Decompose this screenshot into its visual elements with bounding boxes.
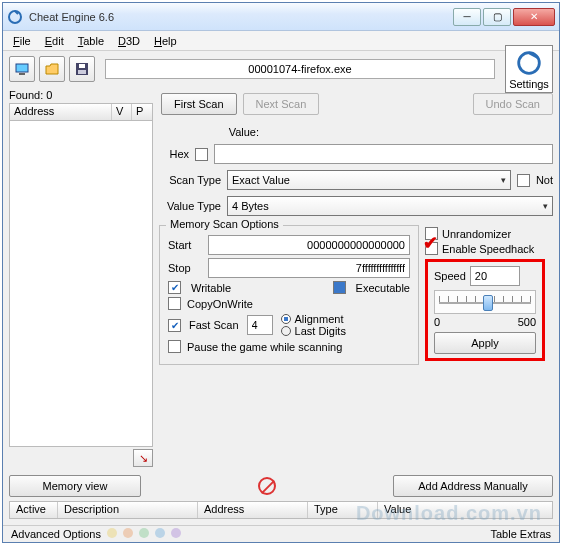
hex-label: Hex (159, 148, 189, 160)
table-extras[interactable]: Table Extras (490, 528, 551, 540)
col-type[interactable]: Type (308, 502, 378, 518)
fastscan-checkbox[interactable]: ✔ (168, 319, 181, 332)
close-button[interactable]: ✕ (513, 8, 555, 26)
col-p[interactable]: P (132, 104, 152, 120)
col-desc[interactable]: Description (58, 502, 198, 518)
writable-checkbox[interactable]: ✔ (168, 281, 181, 294)
apply-button[interactable]: Apply (434, 332, 536, 354)
start-input[interactable] (208, 235, 410, 255)
fastscan-input[interactable] (247, 315, 273, 335)
not-checkbox[interactable] (517, 174, 530, 187)
monitor-icon (14, 61, 30, 77)
col-address2[interactable]: Address (198, 502, 308, 518)
floppy-icon (74, 61, 90, 77)
fastscan-label: Fast Scan (189, 319, 239, 331)
menu-file[interactable]: File (7, 33, 37, 49)
speed-input[interactable] (470, 266, 520, 286)
add-address-button[interactable]: Add Address Manually (393, 475, 553, 497)
copyonwrite-checkbox[interactable] (168, 297, 181, 310)
svg-rect-4 (79, 64, 85, 68)
speed-slider[interactable] (434, 290, 536, 314)
menu-edit[interactable]: Edit (39, 33, 70, 49)
valuetype-combo[interactable]: 4 Bytes (227, 196, 553, 216)
process-name: 00001074-firefox.exe (248, 63, 351, 75)
alignment-label: Alignment (295, 313, 344, 325)
memopts-legend: Memory Scan Options (166, 218, 283, 230)
value-input[interactable] (214, 144, 553, 164)
open-file-button[interactable] (39, 56, 65, 82)
speedhack-label: Enable Speedhack (442, 243, 534, 255)
col-value[interactable]: Value (378, 502, 552, 518)
svg-rect-5 (78, 70, 86, 74)
scantype-combo[interactable]: Exact Value (227, 170, 511, 190)
no-icon[interactable] (258, 477, 276, 495)
found-count: Found: 0 (9, 89, 153, 101)
unrandomizer-label: Unrandomizer (442, 228, 511, 240)
save-button[interactable] (69, 56, 95, 82)
not-label: Not (536, 174, 553, 186)
address-table-header: Active Description Address Type Value (9, 501, 553, 519)
red-checkmark-icon: ✔ (423, 232, 438, 254)
next-scan-button: Next Scan (243, 93, 320, 115)
watermark-dots (107, 528, 181, 540)
executable-label: Executable (356, 282, 410, 294)
pause-label: Pause the game while scanning (187, 341, 342, 353)
speedhack-panel: Speed 0 500 Apply (425, 259, 545, 361)
memory-view-button[interactable]: Memory view (9, 475, 141, 497)
lastdigits-label: Last Digits (295, 325, 346, 337)
start-label: Start (168, 239, 202, 251)
open-process-button[interactable] (9, 56, 35, 82)
slider-min: 0 (434, 316, 440, 328)
process-bar[interactable]: 00001074-firefox.exe (105, 59, 495, 79)
col-address[interactable]: Address (10, 104, 112, 120)
cheatengine-logo-icon (514, 48, 544, 78)
results-list[interactable] (9, 121, 153, 447)
svg-point-0 (9, 11, 21, 23)
undo-scan-button: Undo Scan (473, 93, 553, 115)
speed-label: Speed (434, 270, 466, 282)
hex-checkbox[interactable] (195, 148, 208, 161)
move-down-button[interactable]: ↘ (133, 449, 153, 467)
menu-d3d[interactable]: D3D (112, 33, 146, 49)
stop-label: Stop (168, 262, 202, 274)
settings-button[interactable]: Settings (505, 45, 553, 93)
col-v[interactable]: V (112, 104, 132, 120)
scantype-label: Scan Type (159, 174, 221, 186)
first-scan-button[interactable]: First Scan (161, 93, 237, 115)
pause-checkbox[interactable] (168, 340, 181, 353)
slider-max: 500 (518, 316, 536, 328)
menu-table[interactable]: Table (72, 33, 110, 49)
copyonwrite-label: CopyOnWrite (187, 298, 253, 310)
app-icon (7, 9, 23, 25)
lastdigits-radio[interactable] (281, 326, 291, 336)
executable-checkbox[interactable] (333, 281, 346, 294)
alignment-radio[interactable] (281, 314, 291, 324)
menu-help[interactable]: Help (148, 33, 183, 49)
col-active[interactable]: Active (10, 502, 58, 518)
minimize-button[interactable]: ─ (453, 8, 481, 26)
writable-label: Writable (191, 282, 231, 294)
stop-input[interactable] (208, 258, 410, 278)
svg-rect-2 (19, 73, 25, 75)
valuetype-label: Value Type (159, 200, 221, 212)
value-label: Value: (159, 126, 259, 138)
window-title: Cheat Engine 6.6 (29, 11, 453, 23)
folder-open-icon (44, 61, 60, 77)
advanced-options[interactable]: Advanced Options (11, 528, 101, 540)
maximize-button[interactable]: ▢ (483, 8, 511, 26)
results-header: Address V P (9, 103, 153, 121)
svg-rect-1 (16, 64, 28, 72)
